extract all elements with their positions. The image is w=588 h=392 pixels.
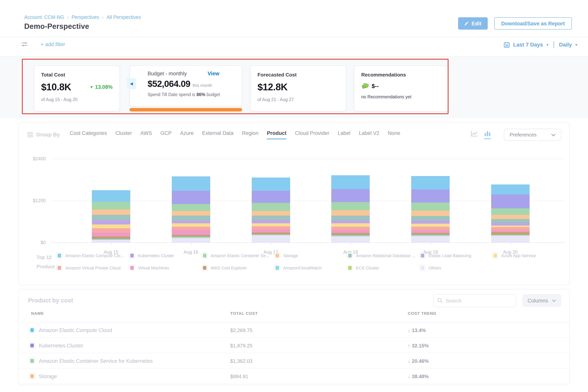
breadcrumb-all-perspectives[interactable]: All Perspectives (107, 14, 141, 20)
legend-swatch (129, 265, 135, 271)
recommendations-card: Recommendations $-- no Recommendations y… (354, 65, 448, 112)
legend-swatch (274, 265, 280, 271)
tab-azure[interactable]: Azure (180, 130, 194, 139)
tab-gcp[interactable]: GCP (160, 130, 172, 139)
time-range-selector[interactable]: Last 7 Days (513, 42, 543, 48)
total-cost-card: Total Cost $10.8K ▼ 13.08% of Aug 15 - A… (34, 65, 120, 112)
preferences-button[interactable]: Preferences (504, 129, 562, 141)
row-cost-trend: ↓38.48% (408, 368, 429, 384)
download-save-report-button[interactable]: Download/Save as Report (494, 17, 572, 30)
stacked-bar-aug-20[interactable] (491, 184, 530, 242)
budget-progress-bar (130, 108, 242, 112)
tab-label[interactable]: Label (338, 130, 350, 139)
arrow-down-icon: ↓ (408, 358, 410, 364)
bar-segment-storage (332, 210, 370, 216)
stacked-bar-aug-19[interactable] (411, 176, 450, 242)
tab-product[interactable]: Product (267, 130, 286, 139)
tab-label-v2[interactable]: Label V2 (359, 130, 380, 139)
legend-item-ecs-cluster[interactable]: ECS Cluster (347, 265, 419, 271)
legend-label: Azure App Service (501, 253, 536, 258)
row-name: Kubernetes Cluster (29, 338, 83, 353)
row-swatch (29, 358, 35, 364)
total-cost-trend: ▼ 13.08% (90, 84, 112, 90)
bar-segment-virtual-machines (332, 230, 370, 233)
legend-item-amazon-virtual-private-cloud[interactable]: Amazon Virtual Private Cloud (56, 265, 129, 271)
calendar-icon (504, 42, 510, 48)
bar-segment-elastic-load-balancing (172, 220, 210, 224)
table-row-storage[interactable]: Storage$884.91↓38.48% (19, 368, 569, 384)
breadcrumb-perspectives[interactable]: Perspectives (72, 14, 99, 20)
column-header-trend[interactable]: COST TREND (408, 311, 436, 316)
columns-button[interactable]: Columns (522, 294, 562, 307)
legend-label: AmazonCloudWatch (283, 266, 322, 270)
x-axis-tick (271, 242, 271, 245)
legend-item-azure-app-service[interactable]: Azure App Service (492, 252, 564, 259)
bar-segment-azure-app-service (411, 224, 450, 227)
bar-segment-azure-app-service (332, 223, 370, 226)
chart-card: Group By Cost CategoriesClusterAWSGCPAzu… (18, 122, 570, 285)
stacked-bar-aug-15[interactable] (92, 190, 130, 242)
tab-none[interactable]: None (388, 130, 400, 139)
legend-item-storage[interactable]: Storage (274, 252, 347, 259)
column-header-cost[interactable]: TOTAL COST (230, 311, 258, 316)
legend-item-amazon-elastic-container-se[interactable]: Amazon Elastic Container Se... (202, 252, 274, 259)
granularity-selector[interactable]: Daily (559, 42, 572, 48)
edit-button[interactable]: Edit (458, 17, 488, 30)
bar-segment-amazon-relational-database (491, 219, 530, 223)
bar-segment-others (491, 236, 530, 242)
legend-item-amazon-relational-database[interactable]: Amazon Relational Database ... (347, 252, 419, 259)
tab-region[interactable]: Region (242, 130, 258, 139)
tab-cluster[interactable]: Cluster (116, 130, 132, 139)
product-cost-table-card: Product by cost Columns NAME TOTAL COST … (18, 289, 570, 385)
column-header-name[interactable]: NAME (31, 311, 44, 316)
divider (554, 41, 554, 48)
tab-external-data[interactable]: External Data (202, 130, 234, 139)
table-row-amazon-elastic-compute-cloud[interactable]: Amazon Elastic Compute Cloud$2,269.75↓13… (19, 322, 569, 338)
row-cost-trend: ↓20.46% (408, 353, 429, 368)
table-row-kubernetes-cluster[interactable]: Kubernetes Cluster$1,879.25↑32.15% (19, 338, 569, 353)
chevron-down-icon: ▾ (575, 42, 577, 47)
budget-view-link[interactable]: View (208, 71, 219, 76)
tab-aws[interactable]: AWS (140, 130, 152, 139)
add-filter-button[interactable]: + add filter (41, 42, 65, 47)
legend-item-others[interactable]: Others (419, 265, 492, 271)
stacked-bar-aug-18[interactable] (332, 175, 370, 242)
budget-status-text: Spend Till Date spend is 86% budget (148, 92, 235, 97)
legend-label: Others (428, 266, 441, 270)
legend-item-virtual-machines[interactable]: Virtual Machines (129, 265, 202, 271)
search-input[interactable] (446, 298, 507, 304)
recommendations-label: Recommendations (361, 72, 441, 78)
bar-segment-aws-cost-explorer (92, 236, 130, 239)
legend-item-amazon-elastic-compute-clo[interactable]: Amazon Elastic Compute Clo... (56, 252, 129, 259)
legend-item-amazoncloudwatch[interactable]: AmazonCloudWatch (274, 265, 347, 271)
filter-sliders-icon[interactable] (21, 41, 28, 48)
page-title: Demo-Perspective (24, 22, 89, 31)
collapse-left-icon[interactable]: ◀ (127, 78, 136, 89)
legend-item-elastic-load-balancing[interactable]: Elastic Load Balancing (419, 252, 492, 259)
budget-card-wrap: ◀ Budget - monthly View $52,064.09 this … (130, 65, 242, 112)
bar-segment-amazon-elastic-container-se (411, 202, 450, 211)
line-chart-icon[interactable] (471, 130, 478, 139)
pencil-icon (464, 21, 469, 26)
budget-value: $52,064.09 (148, 79, 190, 89)
recommendations-note: no Recommendations yet (361, 94, 441, 99)
legend-swatch (202, 265, 208, 271)
breadcrumb-account[interactable]: Account: CCM-NG (24, 14, 64, 20)
arrow-down-icon: ↓ (408, 373, 410, 379)
legend-swatch (56, 252, 62, 259)
tab-cloud-provider[interactable]: Cloud Provider (295, 130, 329, 139)
legend-item-aws-cost-explorer[interactable]: AWS Cost Explorer (202, 265, 274, 271)
stacked-bar-aug-16[interactable] (172, 176, 210, 242)
legend-label: Amazon Virtual Private Cloud (65, 266, 120, 270)
bar-chart-icon[interactable] (484, 130, 491, 139)
tab-cost-categories[interactable]: Cost Categories (70, 130, 107, 139)
stacked-bar-aug-17[interactable] (252, 177, 290, 242)
bar-segment-virtual-machines (491, 230, 530, 232)
legend-swatch (492, 252, 498, 259)
bar-segment-amazon-relational-database (332, 216, 370, 220)
x-axis-tick (430, 242, 431, 245)
table-row-amazon-elastic-container-service-for-kubernetes[interactable]: Amazon Elastic Container Service for Kub… (19, 353, 569, 368)
bar-segment-storage (92, 210, 130, 215)
legend-swatch (419, 265, 426, 271)
legend-item-kubernetes-cluster[interactable]: Kubernetes Cluster (129, 252, 202, 259)
